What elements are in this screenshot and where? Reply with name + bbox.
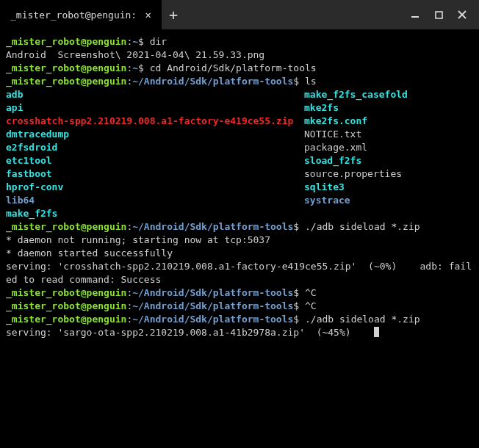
tab-title: _mister_robot@penguin: ~/Android/Sdk/pla… [10, 10, 135, 21]
terminal-viewport[interactable]: _mister_robot@penguin:~$ dirAndroid Scre… [0, 29, 479, 345]
svg-rect-1 [436, 12, 442, 18]
tab-strip: _mister_robot@penguin: ~/Android/Sdk/pla… [0, 0, 185, 29]
ls-entry: source.properties [304, 167, 408, 181]
prompt-path: ~/Android/Sdk/platform-tools [132, 300, 293, 311]
ls-output: adbapicrosshatch-spp2.210219.008.a1-fact… [6, 88, 473, 220]
output-line: serving: 'sargo-ota-spp2.210219.008.a1-4… [6, 326, 473, 339]
maximize-button[interactable] [429, 5, 448, 24]
prompt-command: $ ls [293, 76, 316, 87]
ls-entry: etc1tool [6, 154, 304, 167]
prompt-line: _mister_robot@penguin:~/Android/Sdk/plat… [6, 300, 473, 313]
ls-entry: adb [6, 88, 304, 101]
prompt-user-host: _mister_robot@penguin [6, 300, 126, 311]
prompt-path: ~ [132, 36, 138, 47]
prompt-line: _mister_robot@penguin:~/Android/Sdk/plat… [6, 286, 473, 300]
ls-entry: lib64 [6, 194, 304, 207]
prompt-path: ~/Android/Sdk/platform-tools [132, 287, 293, 298]
window-titlebar: _mister_robot@penguin: ~/Android/Sdk/pla… [0, 0, 479, 29]
prompt-command: $ ./adb sideload *.zip [293, 314, 419, 325]
output-line: ed to read command: Success [6, 273, 473, 286]
output-line: serving: 'crosshatch-spp2.210219.008.a1-… [6, 260, 473, 273]
ls-entry: api [6, 101, 304, 115]
prompt-path: ~/Android/Sdk/platform-tools [132, 76, 293, 87]
prompt-user-host: _mister_robot@penguin [6, 76, 126, 87]
close-window-icon [458, 10, 467, 19]
ls-entry: dmtracedump [6, 128, 304, 141]
ls-column: make_f2fs_casefoldmke2fsmke2fs.confNOTIC… [304, 88, 408, 220]
prompt-line: _mister_robot@penguin:~/Android/Sdk/plat… [6, 220, 473, 234]
close-window-button[interactable] [453, 5, 472, 24]
output-line: * daemon not running; starting now at tc… [6, 234, 473, 247]
ls-entry: e2fsdroid [6, 141, 304, 154]
prompt-line: _mister_robot@penguin:~/Android/Sdk/plat… [6, 313, 473, 326]
prompt-command: $ dir [138, 36, 167, 47]
terminal-cursor [374, 327, 379, 337]
prompt-command: $ ^C [293, 300, 316, 311]
output-line: Android Screenshot\ 2021-04-04\ 21.59.33… [6, 48, 473, 62]
maximize-icon [435, 11, 443, 19]
prompt-path: ~/Android/Sdk/platform-tools [132, 314, 293, 325]
ls-entry: make_f2fs [6, 207, 304, 220]
window-controls [406, 5, 479, 24]
ls-entry: sqlite3 [304, 181, 408, 194]
ls-entry: crosshatch-spp2.210219.008.a1-factory-e4… [6, 115, 304, 128]
ls-entry: NOTICE.txt [304, 128, 408, 141]
prompt-line: _mister_robot@penguin:~/Android/Sdk/plat… [6, 75, 473, 88]
prompt-line: _mister_robot@penguin:~$ dir [6, 35, 473, 48]
ls-entry: fastboot [6, 167, 304, 181]
minimize-icon [411, 10, 419, 19]
minimize-button[interactable] [406, 5, 425, 24]
ls-entry: hprof-conv [6, 181, 304, 194]
prompt-command: $ ./adb sideload *.zip [293, 221, 419, 232]
prompt-path: ~/Android/Sdk/platform-tools [132, 221, 293, 232]
close-icon[interactable]: ✕ [143, 7, 154, 22]
prompt-line: _mister_robot@penguin:~$ cd Android/Sdk/… [6, 62, 473, 75]
ls-entry: make_f2fs_casefold [304, 88, 408, 101]
ls-entry: mke2fs.conf [304, 115, 408, 128]
output-line: * daemon started successfully [6, 247, 473, 260]
prompt-user-host: _mister_robot@penguin [6, 221, 126, 232]
prompt-user-host: _mister_robot@penguin [6, 62, 126, 73]
new-tab-button[interactable]: + [162, 7, 185, 22]
ls-entry: mke2fs [304, 101, 408, 115]
prompt-command: $ ^C [293, 287, 316, 298]
ls-entry: sload_f2fs [304, 154, 408, 167]
ls-entry: systrace [304, 194, 408, 207]
prompt-path: ~ [132, 62, 138, 73]
prompt-user-host: _mister_robot@penguin [6, 287, 126, 298]
ls-column: adbapicrosshatch-spp2.210219.008.a1-fact… [6, 88, 304, 220]
prompt-user-host: _mister_robot@penguin [6, 36, 126, 47]
ls-entry: package.xml [304, 141, 408, 154]
terminal-tab-active[interactable]: _mister_robot@penguin: ~/Android/Sdk/pla… [0, 0, 162, 29]
prompt-command: $ cd Android/Sdk/platform-tools [138, 62, 317, 73]
prompt-user-host: _mister_robot@penguin [6, 314, 126, 325]
